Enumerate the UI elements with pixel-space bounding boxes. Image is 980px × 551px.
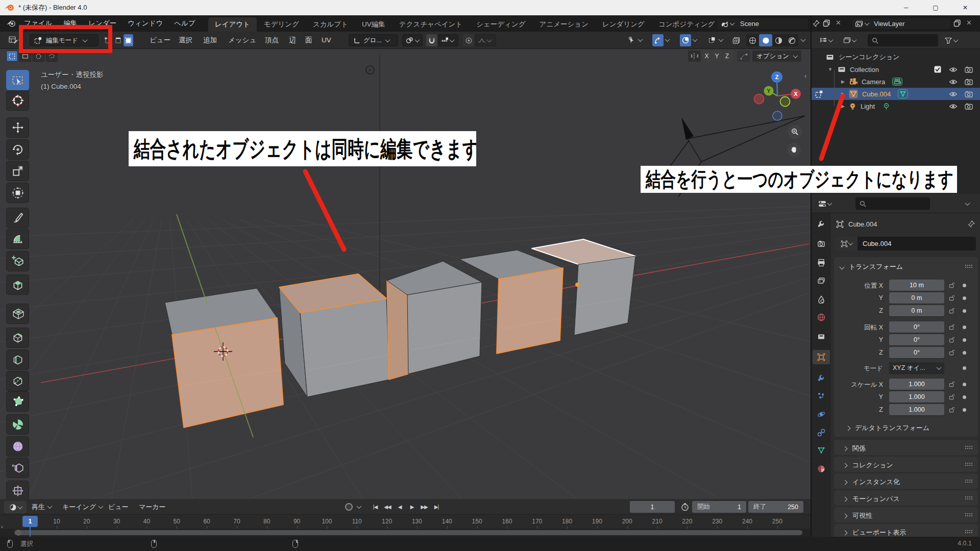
transform-value-9[interactable]: 1.000 [889, 404, 944, 415]
tool-smooth[interactable] [6, 436, 29, 457]
properties-tab-constraints[interactable] [813, 425, 830, 440]
properties-tab-modifiers[interactable] [813, 370, 830, 385]
animate-dot[interactable] [963, 296, 966, 300]
outliner-filter-images[interactable] [841, 34, 862, 46]
properties-tab-world[interactable] [813, 310, 830, 324]
shading-solid-button[interactable] [759, 34, 772, 46]
properties-tab-render[interactable] [813, 237, 830, 251]
tool-measure[interactable] [6, 229, 29, 249]
overlays-toggle-button[interactable] [680, 34, 691, 46]
lock-icon[interactable] [948, 393, 955, 402]
transform-orientation-dropdown[interactable]: グロ... [349, 34, 398, 46]
transform-value-0[interactable]: 10 m [889, 280, 944, 291]
timeline-menu-ビュー[interactable]: ビュー [108, 499, 129, 515]
object-type-dropdown[interactable] [835, 237, 857, 251]
close-button[interactable]: ✕ [950, 0, 980, 15]
timeline-expand-icon[interactable]: › [1, 523, 3, 530]
gizmos-toggle-button[interactable] [652, 34, 664, 46]
animate-dot[interactable] [963, 309, 966, 313]
tool-scale[interactable] [6, 161, 29, 181]
tool-edge-slide[interactable] [6, 458, 29, 478]
toolbar-menu-面[interactable]: 面 [305, 32, 312, 49]
proportional-falloff-dropdown[interactable] [475, 34, 496, 46]
workspace-tab-アニメーション[interactable]: アニメーション [533, 17, 595, 32]
properties-tab-tool[interactable] [813, 216, 830, 231]
tool-knife[interactable] [6, 371, 29, 391]
properties-tab-material[interactable] [813, 462, 830, 476]
transform-value-2[interactable]: 0 m [889, 305, 944, 316]
delta-transform-header[interactable]: デルタトランスフォーム [846, 423, 929, 433]
shading-rendered-button[interactable] [785, 34, 798, 46]
hide-eye-icon[interactable] [949, 103, 958, 110]
panel-関係[interactable]: 関係 [834, 440, 978, 455]
tool-loop-cut[interactable] [6, 349, 29, 370]
lock-icon[interactable] [948, 406, 955, 414]
properties-tab-view-layer[interactable] [813, 274, 830, 288]
workspace-tab-シェーディング[interactable]: シェーディング [470, 17, 532, 32]
properties-tab-physics[interactable] [813, 407, 830, 421]
mirror-y-button[interactable]: Y [712, 51, 722, 62]
outliner-row-Camera[interactable]: ▶Camera [812, 76, 980, 88]
panel-可視性[interactable]: 可視性 [834, 507, 978, 522]
play-button[interactable]: ▶ [406, 501, 418, 513]
disable-render-icon[interactable] [965, 103, 973, 110]
maximize-button[interactable]: ▢ [921, 0, 950, 15]
play-reverse-button[interactable]: ◀ [394, 501, 405, 513]
jump-start-button[interactable]: |◀ [370, 501, 381, 513]
sidebar-collapse-icon[interactable]: ‹ [804, 72, 806, 80]
disable-render-icon[interactable] [965, 91, 973, 97]
transform-value-6[interactable]: XYZ オイ... [889, 362, 944, 373]
tool-box-select[interactable] [6, 70, 29, 90]
outliner-filter-dropdown[interactable] [942, 34, 967, 46]
transform-value-3[interactable]: 0° [889, 321, 944, 333]
pivot-point-dropdown[interactable] [402, 34, 423, 46]
properties-tab-particles[interactable] [813, 389, 830, 403]
viewlayer-selector[interactable]: ViewLayer [851, 18, 951, 30]
current-frame-indicator[interactable]: 1 [22, 516, 38, 527]
pin-icon[interactable] [968, 220, 975, 228]
workspace-tab-テクスチャペイント[interactable]: テクスチャペイント [393, 17, 469, 32]
transform-value-7[interactable]: 1.000 [889, 379, 944, 390]
animate-dot[interactable] [963, 395, 966, 399]
prev-key-button[interactable]: ◀◀ [382, 501, 393, 513]
viewport-zoom-button[interactable] [788, 125, 802, 139]
properties-tab-collection[interactable] [813, 330, 830, 344]
tool-move[interactable] [6, 117, 29, 138]
workspace-tab-UV編集[interactable]: UV編集 [355, 17, 392, 32]
lock-icon[interactable] [948, 323, 955, 332]
toolbar-menu-辺[interactable]: 辺 [289, 32, 296, 49]
panel-インスタンス化[interactable]: インスタンス化 [834, 473, 978, 489]
blender-menu-icon[interactable] [6, 20, 16, 28]
face-select-button[interactable] [124, 34, 133, 46]
options-dropdown[interactable]: オプション [752, 51, 801, 62]
navigation-gizmo[interactable]: Z Y X [748, 68, 811, 127]
animate-dot[interactable] [963, 351, 966, 355]
tool-extrude-region[interactable] [6, 274, 29, 295]
copy-viewlayer-icon[interactable] [953, 19, 961, 27]
tool-poly-build[interactable] [6, 391, 29, 412]
unlink-scene-icon[interactable]: ✕ [836, 19, 841, 27]
scene-selector[interactable]: Scene [717, 18, 808, 30]
properties-tab-object[interactable] [813, 350, 830, 364]
outliner-row-Collection[interactable]: ▼Collection [812, 63, 980, 76]
outliner-row-Light[interactable]: ▶Light [812, 100, 980, 112]
timeline-editor-type[interactable] [4, 501, 27, 513]
timeline-menu-キーイング[interactable]: キーイング [62, 499, 103, 515]
timeline-menu-再生[interactable]: 再生 [32, 499, 52, 515]
viewport-scene-canvas[interactable] [0, 49, 811, 500]
tool-shrink-fatten[interactable] [6, 481, 29, 500]
toolbar-menu-選択[interactable]: 選択 [179, 32, 192, 49]
lock-icon[interactable] [948, 307, 955, 315]
snap-path-icon[interactable] [737, 51, 750, 62]
toolbar-menu-頂点[interactable]: 頂点 [265, 32, 279, 49]
workspace-tab-スカルプト[interactable]: スカルプト [306, 17, 355, 32]
menu-ウィンドウ[interactable]: ウィンドウ [122, 15, 168, 32]
disable-render-icon[interactable] [965, 66, 973, 73]
lock-icon[interactable] [948, 282, 955, 290]
toolbar-menu-メッシュ[interactable]: メッシュ [228, 32, 256, 49]
timeline-scrollbar[interactable] [0, 529, 811, 537]
properties-tab-data[interactable] [813, 443, 830, 457]
outliner-scene-collection[interactable]: シーンコレクション [812, 51, 980, 63]
hide-eye-icon[interactable] [949, 91, 958, 97]
workspace-tab-モデリング[interactable]: モデリング [257, 17, 306, 32]
